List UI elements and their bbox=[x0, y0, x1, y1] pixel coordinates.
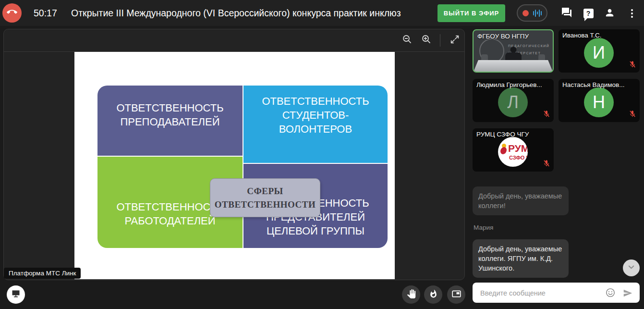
record-dot-icon bbox=[522, 10, 529, 16]
zoom-out-button[interactable] bbox=[401, 35, 413, 46]
help-button[interactable]: ? bbox=[582, 7, 595, 20]
mic-muted-icon bbox=[629, 110, 636, 120]
participant-tile-lyudmila[interactable]: Л Людмила Григорьев... bbox=[473, 79, 554, 122]
avatar: И bbox=[584, 38, 614, 68]
participant-name: Людмила Григорьев... bbox=[476, 81, 551, 88]
toolbar-divider bbox=[440, 34, 440, 47]
mic-muted-icon bbox=[543, 110, 550, 120]
more-menu-button[interactable] bbox=[626, 7, 638, 20]
participant-tile-nastasya[interactable]: Н Настасья Вадимов... bbox=[559, 79, 640, 122]
chat-toggle-button[interactable] bbox=[560, 7, 573, 20]
top-bar: 50:17 Открытие III Международного (VI Вс… bbox=[0, 0, 644, 26]
recording-indicator-toggle[interactable] bbox=[517, 4, 547, 22]
participant-tile-ivanova[interactable]: И Иванова Т.С. bbox=[559, 29, 640, 73]
avatar: Л bbox=[498, 87, 528, 117]
chat-bubbles-icon bbox=[561, 7, 572, 20]
phone-hangup-icon bbox=[7, 7, 17, 19]
rumc-logo-avatar: РУМ СЗФО Ч bbox=[498, 137, 528, 167]
participant-name: ФГБОУ ВО НГПУ bbox=[477, 33, 550, 40]
expand-arrows-icon bbox=[450, 34, 460, 47]
magnifier-minus-icon bbox=[402, 34, 413, 47]
participant-name: Иванова Т.С. bbox=[562, 32, 637, 39]
fullscreen-button[interactable] bbox=[449, 35, 461, 46]
mic-muted-icon bbox=[629, 61, 636, 70]
participant-tile-fgbou-vo-ngpu[interactable]: ПЕДАГОГИЧЕСКИЙ УНИВЕРСИТЕТ ФГБОУ ВО НГПУ bbox=[473, 29, 554, 73]
person-icon bbox=[604, 7, 615, 20]
stage-toolbar bbox=[4, 29, 464, 52]
mic-muted-icon bbox=[543, 160, 550, 169]
avatar: Н bbox=[584, 87, 614, 117]
message-input[interactable] bbox=[479, 283, 596, 303]
participant-tile-rumc[interactable]: РУМ СЗФО Ч РУМЦ СЗФО ЧГУ bbox=[473, 128, 554, 172]
chat-message: Добрый день, уважаемые коллеги! bbox=[473, 186, 569, 215]
help-question-icon: ? bbox=[583, 9, 594, 18]
chat-message: Добрый день, уважаемые коллеги. ЯГПУ им.… bbox=[473, 239, 569, 278]
send-icon[interactable] bbox=[622, 288, 633, 298]
screen-share-button[interactable] bbox=[7, 285, 25, 304]
chevron-down-icon bbox=[627, 262, 636, 273]
emoji-button[interactable] bbox=[605, 287, 616, 298]
flame-icon bbox=[429, 289, 438, 300]
reactions-fire-button[interactable] bbox=[424, 285, 442, 304]
scroll-to-bottom-button[interactable] bbox=[623, 260, 640, 276]
chat-sender-name: Мария bbox=[474, 224, 493, 231]
picture-in-picture-button[interactable] bbox=[447, 285, 465, 304]
responsibility-diagram: ОТВЕТСТВЕННОСТЬ ПРЕПОДАВАТЕЛЕЙ ОТВЕТСТВЕ… bbox=[97, 86, 388, 248]
platform-tooltip: Платформа МТС Линк bbox=[4, 268, 81, 279]
presentation-stage: ОТВЕТСТВЕННОСТЬ ПРЕПОДАВАТЕЛЕЙ ОТВЕТСТВЕ… bbox=[3, 29, 465, 280]
raise-hand-button[interactable] bbox=[402, 285, 420, 304]
diagram-center-label: СФЕРЫ ОТВЕТСТВЕННОСТИ bbox=[210, 178, 320, 217]
raised-hand-icon bbox=[407, 289, 416, 300]
quadrant-teachers: ОТВЕТСТВЕННОСТЬ ПРЕПОДАВАТЕЛЕЙ bbox=[97, 86, 243, 156]
desk bbox=[474, 60, 553, 72]
logo-text: РУМ bbox=[508, 143, 528, 154]
exit-air-button[interactable]: ВЫЙТИ В ЭФИР bbox=[437, 4, 505, 22]
quadrant-student-volunteers: ОТВЕТСТВЕННОСТЬ СТУДЕНТОВ- ВОЛОНТЕРОВ bbox=[243, 86, 388, 163]
session-timer: 50:17 bbox=[34, 0, 57, 26]
chat-input-container bbox=[473, 283, 640, 303]
participant-name: Настасья Вадимов... bbox=[562, 81, 637, 88]
participant-name: РУМЦ СЗФО ЧГУ bbox=[476, 131, 551, 138]
presentation-slide: ОТВЕТСТВЕННОСТЬ ПРЕПОДАВАТЕЛЕЙ ОТВЕТСТВЕ… bbox=[74, 52, 395, 279]
zoom-in-button[interactable] bbox=[421, 35, 432, 46]
logo-mark bbox=[500, 147, 507, 154]
participants-button[interactable] bbox=[603, 7, 616, 20]
logo-text: СЗФО Ч bbox=[509, 155, 528, 161]
kebab-menu-icon bbox=[631, 9, 633, 18]
pip-icon bbox=[451, 289, 462, 301]
audio-wave-icon bbox=[533, 10, 542, 17]
leave-call-button[interactable] bbox=[2, 3, 22, 23]
magnifier-plus-icon bbox=[421, 34, 432, 47]
monitor-icon bbox=[11, 289, 21, 300]
event-title: Открытие III Международного (VI Всеросси… bbox=[71, 0, 434, 26]
